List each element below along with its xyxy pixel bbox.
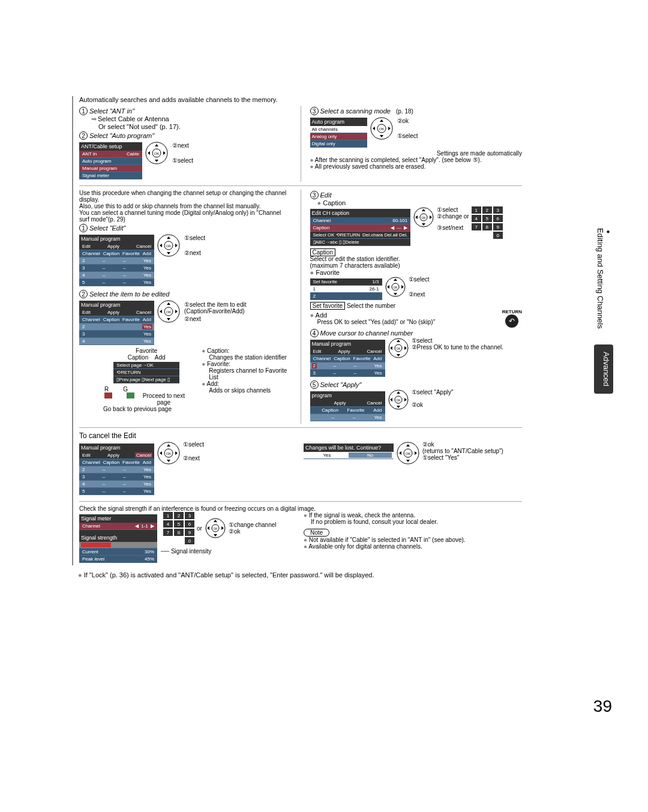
cancel-title: To cancel the Edit [79,432,522,440]
dpad-icon: OK [388,337,409,359]
svg-text:OK: OK [422,216,427,220]
page-number: 39 [593,697,612,716]
num-2: 2 [79,131,88,140]
dpad-icon: OK [388,389,409,411]
dpad-icon: OK [157,233,181,257]
svg-text:OK: OK [406,452,411,456]
svg-text:OK: OK [154,152,160,155]
after3: All previously saved channels are erased… [310,163,523,170]
dpad-icon: OK [413,206,434,228]
svg-text:OK: OK [396,347,401,350]
s1b: Or select "Not used" (p. 17). [98,123,292,130]
side-tab-advanced: Advanced [594,344,613,394]
svg-text:OK: OK [166,310,172,314]
dpad-icon: OK [396,441,420,465]
num-3: 3 [310,107,319,115]
svg-text:OK: OK [213,527,218,531]
dpad-icon: OK [157,441,181,465]
return-icon: ↶ [505,314,518,328]
svg-text:OK: OK [166,244,172,248]
dpad-icon: OK [157,299,181,323]
svg-text:OK: OK [379,127,384,131]
num-1: 1 [79,107,88,115]
auto-intro: Automatically searches and adds availabl… [79,96,522,103]
svg-text:OK: OK [396,398,401,402]
ant-cable-menu: ANT/Cable setup ANT inCable Auto program… [79,142,142,179]
numpad-icon: 1234567890 [163,512,194,544]
svg-text:OK: OK [393,286,398,289]
dpad-icon: OK [370,116,394,140]
side-tab-editing: Editing and Setting Channels [594,222,613,335]
green-button-icon [127,392,134,398]
numpad-icon: 1234567890 [472,206,503,239]
red-button-icon [104,392,112,398]
s3-title: Select a scanning mode [320,107,391,115]
dpad-icon: OK [145,141,169,165]
s1a: Select Cable or Antenna [91,115,292,123]
dpad-icon: OK [205,517,226,539]
dpad-icon: OK [385,276,406,298]
svg-text:OK: OK [166,452,172,456]
s1-title: Select "ANT in" [89,107,134,115]
manual-prog-menu: Manual program EditApplyCancel ChannelCa… [79,235,154,286]
auto-prog-menu: Auto program All channels Analog only Di… [310,118,367,148]
after2: After the scanning is completed, select … [310,157,523,163]
s2-title: Select "Auto program" [89,132,154,139]
lock-footnote: If "Lock" (p. 36) is activated and "ANT/… [78,571,594,579]
